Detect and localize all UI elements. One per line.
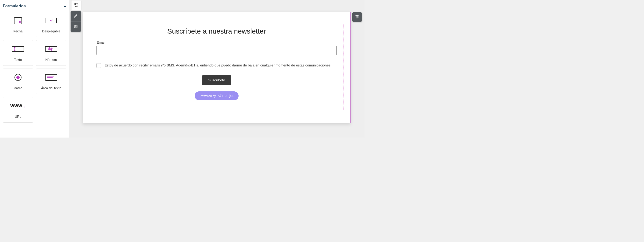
mailjet-brand-text: mailjet bbox=[222, 94, 234, 98]
svg-rect-0 bbox=[14, 17, 22, 24]
paper-plane-icon bbox=[218, 94, 222, 98]
palette-item-label: Fecha bbox=[14, 29, 23, 33]
svg-rect-28 bbox=[356, 16, 358, 18]
palette-item-numero[interactable]: Número bbox=[36, 40, 66, 66]
sliders-icon bbox=[73, 24, 78, 30]
palette-grid: Fecha Desplegable Texto bbox=[2, 12, 67, 123]
powered-by-prefix: Powered by bbox=[200, 94, 216, 98]
svg-point-21 bbox=[24, 107, 24, 108]
canvas: Suscríbete a nuestra newsletter Email Es… bbox=[69, 0, 364, 137]
palette-item-label: Número bbox=[45, 58, 57, 62]
palette-item-label: Desplegable bbox=[42, 29, 60, 33]
mailjet-logo: mailjet bbox=[218, 94, 234, 98]
sidebar: Formularios Fecha Desplegable bbox=[0, 0, 69, 137]
tool-panel bbox=[70, 11, 81, 32]
svg-rect-9 bbox=[45, 46, 57, 52]
palette-item-radio[interactable]: Radio bbox=[3, 69, 33, 94]
consent-row: Estoy de acuerdo con recibir emails y/o … bbox=[96, 63, 337, 68]
svg-text:WWW: WWW bbox=[10, 104, 22, 108]
dropdown-icon bbox=[45, 16, 57, 25]
radio-icon bbox=[14, 73, 22, 82]
svg-rect-5 bbox=[12, 46, 24, 52]
number-input-icon bbox=[45, 44, 58, 54]
svg-point-15 bbox=[16, 76, 20, 79]
svg-rect-4 bbox=[46, 18, 56, 23]
palette-item-label: URL bbox=[15, 115, 21, 119]
svg-point-26 bbox=[76, 26, 77, 27]
edit-button[interactable] bbox=[70, 11, 81, 21]
palette-item-fecha[interactable]: Fecha bbox=[3, 12, 33, 37]
undo-button[interactable] bbox=[72, 0, 81, 10]
palette-item-texto[interactable]: Texto bbox=[3, 40, 33, 66]
powered-by-pill[interactable]: Powered by mailjet bbox=[195, 91, 238, 100]
consent-text: Estoy de acuerdo con recibir emails y/o … bbox=[104, 63, 331, 68]
consent-checkbox[interactable] bbox=[96, 63, 101, 68]
textarea-icon bbox=[45, 73, 58, 82]
form-inner: Suscríbete a nuestra newsletter Email Es… bbox=[90, 24, 344, 110]
sidebar-header[interactable]: Formularios bbox=[2, 3, 67, 12]
url-icon: WWW bbox=[10, 101, 26, 111]
form-title: Suscríbete a nuestra newsletter bbox=[96, 27, 337, 35]
pencil-icon bbox=[73, 13, 78, 19]
svg-line-11 bbox=[52, 47, 52, 51]
delete-button[interactable] bbox=[352, 12, 362, 22]
svg-line-10 bbox=[49, 47, 50, 51]
svg-point-25 bbox=[75, 25, 76, 26]
palette-item-url[interactable]: WWW URL bbox=[3, 97, 33, 123]
svg-rect-3 bbox=[19, 21, 20, 23]
chevron-up-icon bbox=[64, 5, 66, 7]
svg-point-27 bbox=[74, 27, 75, 27]
palette-item-label: Texto bbox=[14, 58, 22, 62]
sidebar-title: Formularios bbox=[3, 4, 26, 8]
form-frame[interactable]: Suscríbete a nuestra newsletter Email Es… bbox=[83, 12, 350, 123]
palette-item-label: Área del texto bbox=[41, 86, 61, 90]
palette-item-desplegable[interactable]: Desplegable bbox=[36, 12, 66, 37]
email-label: Email bbox=[96, 40, 337, 44]
email-field[interactable] bbox=[96, 46, 337, 55]
text-input-icon bbox=[12, 44, 24, 54]
subscribe-button[interactable]: Suscríbete bbox=[202, 75, 231, 85]
trash-icon bbox=[355, 14, 360, 20]
calendar-icon bbox=[13, 16, 23, 25]
palette-item-area-texto[interactable]: Área del texto bbox=[36, 69, 66, 94]
undo-icon bbox=[74, 2, 79, 8]
settings-button[interactable] bbox=[70, 21, 81, 32]
palette-item-label: Radio bbox=[14, 86, 22, 90]
